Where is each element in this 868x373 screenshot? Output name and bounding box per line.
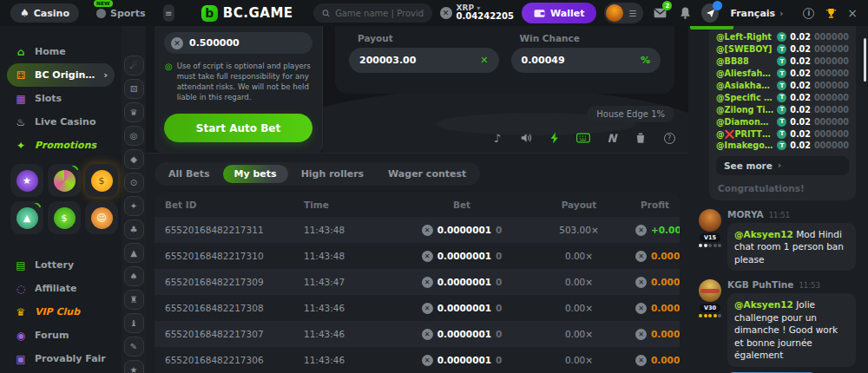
bet-id-cell: 65520168482217309 (165, 277, 304, 287)
originals-game-shortcut-icon[interactable]: ✎ (124, 337, 144, 357)
wallet-button[interactable]: Wallet (522, 3, 596, 23)
language-label: Français (730, 8, 775, 19)
table-row[interactable]: 6552016848221731111:43:48✕0.00000010503.… (155, 217, 680, 243)
sidebar-item-promotions[interactable]: ✦Promotions (7, 134, 115, 157)
tab-wager-contest[interactable]: Wager contest (377, 165, 477, 183)
tab-all-bets[interactable]: All Bets (157, 165, 221, 183)
chat-username[interactable]: MORYA (727, 209, 764, 219)
game-search[interactable] (313, 3, 432, 23)
originals-game-shortcut-icon[interactable]: ♝ (124, 313, 144, 333)
winner-username[interactable]: @Specific Cowden (716, 93, 773, 102)
winner-username[interactable]: @Diamond💎Hu... (716, 117, 773, 127)
winner-username[interactable]: @BB88 (716, 56, 773, 66)
messages-button[interactable]: 2 (651, 4, 668, 22)
currency-selector[interactable]: ✕ XRP ▾ 0.04242205 (440, 4, 514, 22)
win-chance-input[interactable]: 0.00049 % (511, 48, 661, 73)
winner-username[interactable]: @Asiakhatun (716, 81, 773, 90)
sidebar-item-lottery[interactable]: ▤Lottery (7, 253, 115, 277)
table-row[interactable]: 6552016848221731011:43:48✕0.000000100.00… (155, 243, 680, 269)
sports-toggle[interactable]: NEW Sports (87, 3, 155, 23)
music-toggle-icon[interactable]: ♪ (490, 131, 504, 145)
winner-amount: 0.02 (790, 81, 811, 90)
sidebar-item-slots[interactable]: ▦Slots (7, 87, 115, 110)
table-row[interactable]: 6552016848221730811:43:46✕0.000000100.00… (155, 295, 680, 321)
table-row[interactable]: 6552016848221730711:43:46✕0.000000100.00… (155, 321, 680, 347)
turbo-bet-icon[interactable] (548, 131, 562, 145)
xrp-coin-icon: ✕ (422, 303, 433, 314)
chat-info-button[interactable]: i (803, 8, 814, 19)
forum-icon: ◉ (14, 330, 28, 342)
winner-username[interactable]: @[SWEBOY] (716, 44, 773, 54)
table-row[interactable]: 6552016848221730911:43:47✕0.000000100.00… (155, 269, 680, 295)
see-more-button[interactable]: See more › (716, 156, 849, 175)
winner-username[interactable]: @Imakegob00m... (716, 141, 773, 150)
mention-link[interactable]: @Aksyen12 (734, 299, 793, 310)
chat-username[interactable]: KGB PuhTine (727, 279, 793, 290)
winner-username[interactable]: @Left-Right (716, 32, 773, 42)
bet-amount-input[interactable]: ✕ 0.500000 (164, 32, 312, 54)
chat-message: V15 MORYA 11:51 @Aksyen12 Mod Hindi chat… (699, 209, 856, 271)
originals-game-shortcut-icon[interactable]: ◎ (124, 126, 144, 146)
sidebar-item-live-casino[interactable]: ♨Live Casino (7, 110, 115, 134)
menu-button[interactable]: ≡ (163, 4, 174, 22)
payout-cell: 0.00× (565, 251, 593, 261)
originals-game-shortcut-icon[interactable]: ⚄ (124, 79, 144, 99)
chat-toggle-button[interactable] (701, 4, 719, 22)
originals-game-shortcut-icon[interactable]: ♣ (124, 219, 144, 239)
promo-vip-member-icon[interactable]: ☺ (85, 201, 118, 234)
clear-seeds-icon[interactable] (634, 131, 648, 145)
avatar[interactable] (699, 279, 721, 302)
chat-scrollbar[interactable] (864, 38, 866, 82)
promo-piggy-bank-icon[interactable]: $ (85, 164, 118, 197)
start-auto-bet-button[interactable]: Start Auto Bet (164, 114, 312, 142)
chat-banner-edge (690, 26, 733, 29)
originals-game-shortcut-icon[interactable]: ✦ (124, 196, 144, 216)
sidebar-item-affiliate[interactable]: ◌Affiliate (7, 277, 115, 300)
tab-my-bets[interactable]: My bets (223, 165, 288, 183)
notifications-button[interactable] (676, 4, 694, 22)
sidebar-item-bc-originals[interactable]: ⚃BC Originals› (7, 63, 115, 87)
table-row[interactable]: 6552016848221730611:43:46✕0.000000100.00… (155, 347, 680, 373)
sidebar-item-provably-fair[interactable]: ▣Provably Fair (7, 347, 115, 370)
level-badge: V15 (700, 233, 720, 242)
originals-game-shortcut-icon[interactable]: ♜ (124, 290, 144, 310)
sound-toggle-icon[interactable] (519, 131, 533, 145)
promo-rocket-icon[interactable]: ▲ (10, 201, 43, 234)
payout-input[interactable]: 200003.00 ✕ (349, 48, 499, 73)
sidebar-item-vip-club[interactable]: ♛VIP Club (7, 300, 115, 324)
avatar[interactable] (699, 209, 721, 232)
search-input[interactable] (335, 9, 423, 18)
promo-lucky-spin-icon[interactable]: ★ (10, 164, 43, 197)
close-chat-icon[interactable]: × (847, 6, 858, 20)
chat-rules-button[interactable] (822, 4, 839, 22)
hotkeys-icon[interactable] (576, 131, 590, 145)
profile-menu[interactable]: ☰ (604, 3, 643, 23)
originals-game-shortcut-icon[interactable]: ☄ (124, 56, 144, 75)
xrp-coin-icon: ✕ (422, 225, 433, 236)
casino-toggle[interactable]: ♠ Casino (10, 3, 79, 23)
promo-bonus-tag-icon[interactable]: $ (48, 201, 81, 234)
bcgame-logo[interactable]: b BC.GAME (201, 5, 293, 22)
profit-value: 0.0000001 (651, 251, 680, 261)
originals-game-shortcut-icon[interactable]: ♠ (124, 266, 144, 286)
sidebar-item-home[interactable]: ⌂Home (7, 40, 115, 63)
sidebar-item-forum[interactable]: ◉Forum (7, 324, 115, 347)
originals-game-shortcut-icon[interactable]: ★ (124, 360, 144, 373)
mention-link[interactable]: @Aksyen12 (734, 229, 793, 239)
language-selector[interactable]: Français › (730, 8, 783, 19)
bcgame-app: ♠ Casino NEW Sports ≡ b BC.GAME ✕ XRP ▾ … (0, 0, 868, 373)
originals-game-shortcut-icon[interactable]: ⊙ (124, 173, 144, 193)
live-stats-icon[interactable]: N (605, 131, 619, 145)
bc-originals-icon: ⚃ (14, 69, 28, 82)
tab-high-rollers[interactable]: High rollers (290, 165, 375, 183)
originals-game-shortcut-icon[interactable]: ◆ (124, 149, 144, 169)
winner-amount-trailing-zeros: 000000 (814, 44, 849, 54)
winner-username[interactable]: @❌PRITTYS233❌ (716, 129, 773, 139)
winner-username[interactable]: @Zilong Tik Tok (716, 105, 773, 115)
promo-wheel-icon[interactable] (48, 164, 81, 197)
bet-amount-cell: ✕0.00000010 (422, 225, 503, 236)
originals-game-shortcut-icon[interactable]: ▲ (124, 243, 144, 263)
help-icon[interactable]: ? (662, 131, 676, 145)
winner-username[interactable]: @Aliesfahan1363 (716, 69, 773, 78)
originals-game-shortcut-icon[interactable]: ♛ (124, 102, 144, 122)
